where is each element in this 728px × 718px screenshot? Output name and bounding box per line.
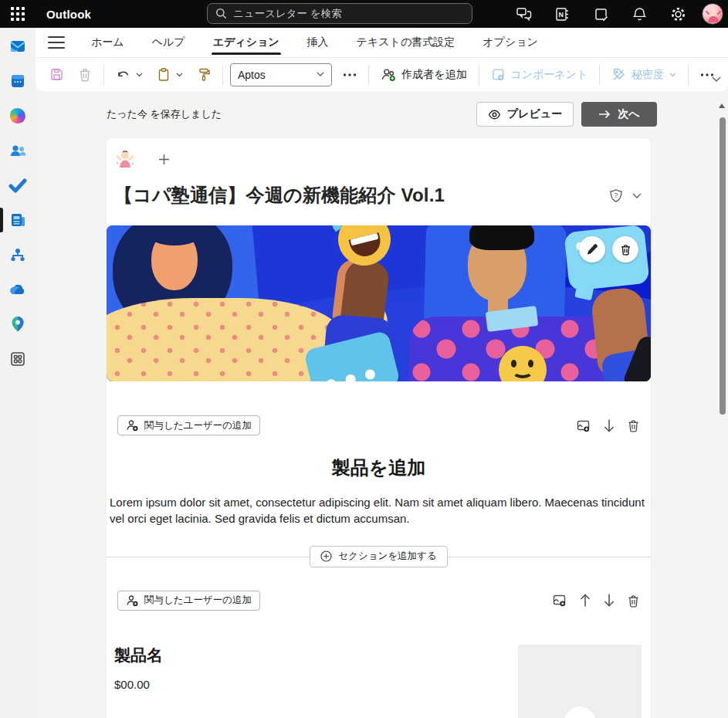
delete-section-button[interactable] bbox=[627, 418, 640, 432]
onenote-icon: N bbox=[554, 6, 571, 22]
sidebar-item-copilot[interactable] bbox=[0, 105, 36, 127]
todo-check-icon bbox=[593, 6, 609, 22]
delete-image-button[interactable] bbox=[612, 236, 638, 262]
tab-edition[interactable]: エディション bbox=[212, 29, 281, 56]
add-section-button[interactable]: セクションを追加する bbox=[310, 546, 447, 567]
section-heading[interactable]: 製品を追加 bbox=[107, 456, 651, 480]
image-add-icon bbox=[552, 593, 567, 608]
chat-icon bbox=[516, 6, 532, 22]
move-down-button[interactable] bbox=[603, 418, 615, 433]
preview-button[interactable]: プレビュー bbox=[476, 102, 574, 127]
next-button[interactable]: 次へ bbox=[581, 102, 657, 127]
toolbar-divider bbox=[479, 65, 479, 85]
protection-info-button[interactable]: ? bbox=[609, 188, 623, 203]
tab-insert[interactable]: 挿入 bbox=[306, 29, 330, 56]
add-engaged-users-button[interactable]: 関与したユーザーの追加 bbox=[117, 591, 260, 611]
todo-icon bbox=[8, 178, 27, 193]
product-name[interactable]: 製品名 bbox=[114, 645, 163, 666]
sensitivity-button[interactable]: 秘密度 bbox=[607, 63, 681, 86]
ribbon-tabs: ホーム ヘルプ エディション 挿入 テキストの書式設定 オプション bbox=[36, 28, 728, 57]
add-engaged-users-button[interactable]: 関与したユーザーの追加 bbox=[117, 415, 260, 435]
hamburger-menu-button[interactable] bbox=[48, 36, 65, 49]
font-family-select[interactable]: Aptos bbox=[230, 63, 332, 86]
title-expand-button[interactable] bbox=[632, 193, 642, 199]
paste-button[interactable] bbox=[152, 63, 188, 86]
newsletter-card: 【コパ塾通信】今週の新機能紹介 Vol.1 ? bbox=[107, 138, 651, 718]
tab-help[interactable]: ヘルプ bbox=[151, 29, 187, 56]
move-down-button[interactable] bbox=[603, 593, 615, 608]
scrollbar-up-arrow[interactable] bbox=[719, 103, 725, 108]
logo-figure bbox=[114, 148, 136, 170]
sidebar-item-newsletter[interactable] bbox=[0, 209, 36, 231]
format-painter-button[interactable] bbox=[192, 63, 215, 86]
scrollbar-thumb[interactable] bbox=[720, 117, 726, 415]
section-toolbar: 関与したユーザーの追加 bbox=[117, 415, 640, 435]
tab-home[interactable]: ホーム bbox=[90, 29, 126, 56]
hero-image[interactable] bbox=[107, 225, 651, 381]
product-price[interactable]: $00.00 bbox=[114, 678, 163, 691]
add-section-divider: セクションを追加する bbox=[107, 546, 651, 567]
newsletter-icon bbox=[9, 212, 27, 229]
chat-button[interactable] bbox=[515, 5, 532, 22]
search-input[interactable]: ニュースレター を検索 bbox=[207, 3, 472, 24]
component-button[interactable]: コンポーネント bbox=[486, 63, 593, 86]
section-body-text[interactable]: Lorem ipsum dolor sit amet, consectetur … bbox=[110, 494, 648, 527]
onedrive-icon bbox=[8, 283, 28, 296]
trash-icon bbox=[78, 67, 92, 82]
insert-card-button[interactable] bbox=[576, 418, 591, 433]
toolbar-divider bbox=[103, 65, 104, 85]
image-add-icon bbox=[576, 418, 591, 433]
sidebar-item-calendar[interactable] bbox=[0, 70, 36, 92]
sidebar-item-org-chart[interactable] bbox=[0, 244, 36, 266]
avatar[interactable] bbox=[702, 3, 723, 25]
arrow-down-icon bbox=[603, 418, 615, 433]
onenote-button[interactable]: N bbox=[554, 5, 571, 22]
arrow-right-icon bbox=[598, 110, 611, 119]
component-icon bbox=[491, 67, 506, 82]
person-add-icon bbox=[126, 419, 139, 432]
sidebar-item-places[interactable] bbox=[0, 313, 36, 335]
newsletter-logo[interactable] bbox=[114, 148, 136, 170]
sidebar-item-todo[interactable] bbox=[0, 174, 36, 196]
waffle-icon bbox=[11, 7, 25, 21]
save-button[interactable] bbox=[45, 63, 69, 86]
tab-options[interactable]: オプション bbox=[481, 29, 540, 56]
eye-icon bbox=[488, 110, 501, 120]
app-title[interactable]: Outlook bbox=[46, 8, 91, 21]
delete-button[interactable] bbox=[73, 63, 97, 86]
move-up-button[interactable] bbox=[579, 593, 591, 608]
plus-icon bbox=[158, 154, 170, 165]
sidebar-item-mail[interactable] bbox=[0, 36, 36, 57]
add-logo-button[interactable] bbox=[154, 150, 173, 168]
more-icon bbox=[343, 73, 357, 76]
sidebar-item-people[interactable] bbox=[0, 140, 36, 161]
sidebar-item-more-apps[interactable] bbox=[0, 348, 36, 370]
scrollbar[interactable] bbox=[717, 91, 728, 718]
more-formatting-button[interactable] bbox=[338, 63, 361, 86]
trash-icon bbox=[627, 594, 640, 608]
add-product-image-button[interactable] bbox=[562, 706, 598, 718]
todo-button[interactable] bbox=[592, 5, 609, 22]
ribbon-collapse-button[interactable] bbox=[708, 71, 725, 88]
delete-section-button[interactable] bbox=[627, 594, 640, 608]
settings-button[interactable] bbox=[669, 5, 686, 22]
insert-card-button[interactable] bbox=[552, 593, 567, 608]
people-icon bbox=[8, 142, 27, 159]
save-status: たった今 を保存しました bbox=[107, 107, 222, 121]
edit-image-button[interactable] bbox=[579, 236, 605, 262]
sensitivity-icon bbox=[611, 67, 626, 82]
tab-text-format[interactable]: テキストの書式設定 bbox=[355, 29, 457, 56]
sidebar-item-onedrive[interactable] bbox=[0, 279, 36, 300]
newsletter-title[interactable]: 【コパ塾通信】今週の新機能紹介 Vol.1 bbox=[114, 184, 445, 207]
add-engaged-users-label: 関与したユーザーの追加 bbox=[144, 419, 252, 432]
product-image-placeholder[interactable] bbox=[518, 645, 642, 718]
undo-button[interactable] bbox=[111, 63, 147, 86]
notifications-button[interactable] bbox=[631, 5, 648, 22]
paste-icon bbox=[157, 67, 171, 82]
svg-text:N: N bbox=[558, 11, 564, 19]
ribbon: ホーム ヘルプ エディション 挿入 テキストの書式設定 オプション bbox=[36, 28, 728, 91]
add-author-button[interactable]: 作成者を追加 bbox=[376, 63, 472, 86]
add-author-label: 作成者を追加 bbox=[401, 68, 466, 82]
mail-icon bbox=[8, 37, 27, 56]
app-launcher-button[interactable] bbox=[0, 0, 36, 28]
